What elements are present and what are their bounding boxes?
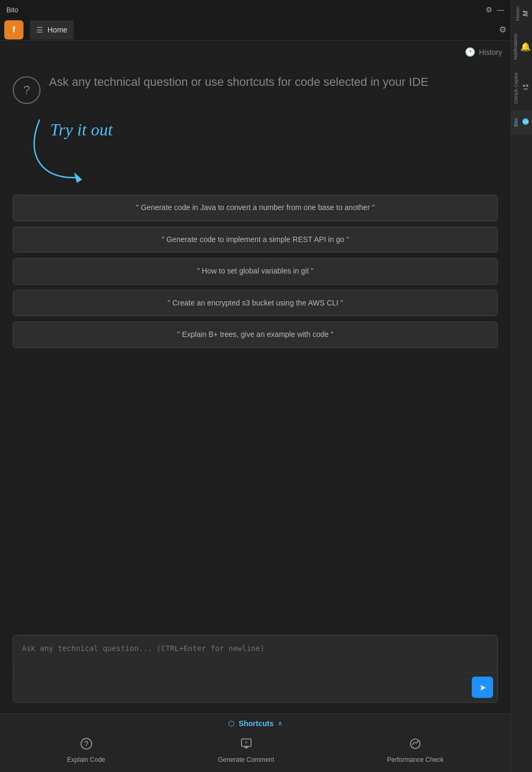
- sidebar-notifications[interactable]: 🔔 Notifications: [511, 27, 533, 66]
- history-icon: 🕐: [465, 47, 475, 57]
- suggestion-3[interactable]: " How to set global variables in git ": [13, 258, 498, 285]
- svg-text:</>: </>: [522, 119, 528, 124]
- history-bar: 🕐 History: [0, 41, 511, 63]
- input-area: ➤: [13, 635, 498, 703]
- history-label: History: [479, 48, 502, 57]
- maven-label: Maven: [515, 6, 520, 21]
- svg-point-8: [522, 85, 525, 87]
- history-button[interactable]: 🕐 History: [465, 47, 502, 57]
- svg-point-9: [526, 85, 528, 87]
- bito-icon: </>: [521, 117, 530, 128]
- suggestion-1[interactable]: " Generate code in Java to convert a num…: [13, 195, 498, 221]
- maven-icon: M: [521, 11, 529, 17]
- shortcut-performance-check[interactable]: Performance Check: [387, 737, 444, 763]
- svg-point-7: [410, 739, 420, 749]
- explain-code-label: Explain Code: [67, 756, 105, 763]
- suggestion-2[interactable]: " Generate code to implement a simple RE…: [13, 227, 498, 253]
- help-icon-circle: ?: [13, 76, 41, 104]
- send-button[interactable]: ➤: [472, 677, 493, 698]
- shortcuts-header[interactable]: ⬡ Shortcuts ∧: [0, 714, 511, 733]
- window-title: Bito: [6, 6, 18, 14]
- generate-comment-label: Generate Comment: [218, 756, 274, 763]
- svg-text:?: ?: [84, 739, 88, 748]
- window-title-bar: Bito ⚙ —: [0, 0, 511, 19]
- shortcut-generate-comment[interactable]: + Generate Comment: [218, 737, 274, 763]
- question-input[interactable]: [13, 636, 497, 670]
- sidebar-maven[interactable]: M Maven: [511, 0, 533, 27]
- logo-badge: f: [4, 20, 23, 39]
- hamburger-icon[interactable]: ☰: [36, 26, 43, 34]
- performance-check-icon: [409, 737, 422, 753]
- shortcuts-bar: ⬡ Shortcuts ∧ ? Explain Code: [0, 713, 511, 772]
- question-icon: ?: [23, 83, 30, 97]
- suggestion-5[interactable]: " Explain B+ trees, give an example with…: [13, 321, 498, 348]
- performance-check-label: Performance Check: [387, 756, 444, 763]
- shortcuts-chevron: ∧: [278, 720, 283, 727]
- right-sidebar: M Maven 🔔 Notifications GitHub Copilot <…: [511, 0, 532, 772]
- help-section: ? Ask any technical question or use shor…: [13, 74, 498, 104]
- shortcuts-items: ? Explain Code + Generate Comment: [0, 733, 511, 772]
- github-copilot-label: GitHub Copilot: [513, 73, 519, 104]
- shortcut-explain-code[interactable]: ? Explain Code: [67, 737, 105, 763]
- svg-text:+: +: [245, 739, 248, 745]
- input-footer: ➤: [13, 672, 497, 702]
- app-header: f ☰ Home ⚙: [0, 19, 511, 41]
- notifications-icon: 🔔: [520, 42, 531, 52]
- bito-label: Bito: [513, 118, 519, 127]
- send-icon: ➤: [479, 682, 486, 693]
- notifications-label: Notifications: [513, 34, 518, 60]
- try-section: Try it out: [23, 115, 498, 179]
- sidebar-github-copilot[interactable]: GitHub Copilot: [511, 66, 533, 110]
- gear-button[interactable]: ⚙: [486, 5, 493, 14]
- sidebar-bito[interactable]: </> Bito: [511, 110, 533, 135]
- help-text: Ask any technical question or use shortc…: [49, 74, 429, 91]
- try-it-out-text: Try it out: [50, 120, 112, 140]
- explain-code-icon: ?: [80, 737, 93, 753]
- github-copilot-icon: [521, 82, 530, 94]
- window-controls: ⚙ —: [486, 5, 504, 14]
- header-home-label: Home: [47, 26, 67, 34]
- shortcuts-label: Shortcuts: [239, 719, 273, 728]
- shortcuts-icon: ⬡: [228, 719, 235, 728]
- suggestion-4[interactable]: " Create an encrypted s3 bucket using th…: [13, 290, 498, 317]
- header-title-area: ☰ Home: [30, 20, 74, 39]
- minimize-button[interactable]: —: [497, 5, 504, 14]
- header-left: f ☰ Home: [4, 20, 74, 39]
- header-settings-icon[interactable]: ⚙: [499, 25, 506, 35]
- generate-comment-icon: +: [240, 737, 253, 753]
- suggestions-list: " Generate code in Java to convert a num…: [13, 195, 498, 348]
- main-area: ? Ask any technical question or use shor…: [0, 63, 511, 713]
